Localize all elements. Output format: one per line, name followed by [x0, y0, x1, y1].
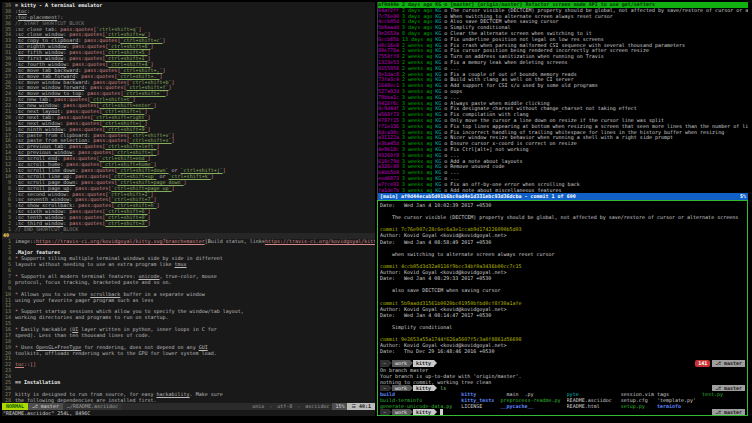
text-segment: pass:quotes[ — [69, 209, 105, 214]
text-segment: ] — [151, 62, 154, 67]
terminal-cursor[interactable] — [440, 409, 443, 415]
tig-scroll-percent: 5% — [740, 193, 746, 200]
text-segment: .Major features — [15, 250, 60, 255]
text-segment: pass:quotes[ — [63, 156, 99, 161]
text-segment: `ctrl+shift+4` — [108, 62, 150, 67]
tig-commit-list[interactable]: af0d44e2 days agoKGo[master] {origin/mas… — [378, 2, 748, 193]
terminal-output-line: The cursor visible (DECTCEM) property sh… — [380, 214, 745, 220]
text-segment: pass:quotes[ — [81, 180, 117, 185]
text-segment: ] — [144, 109, 147, 114]
text-segment: sc_scroll_line_down — [18, 168, 75, 173]
text-segment: ] — [147, 56, 150, 61]
text-segment: ] — [147, 50, 150, 55]
text-segment: using your favorite pager program such a… — [15, 298, 153, 303]
text-segment: sc_scroll_page_up — [18, 186, 69, 191]
text-segment: pass:quotes[ — [78, 203, 114, 208]
text-segment: sc_new_window — [18, 103, 57, 108]
text-segment: sc_scroll_home — [18, 162, 60, 167]
text-segment: layer written in python, inner loops in … — [78, 327, 216, 332]
text-segment: ] — [172, 186, 175, 191]
text-segment: ] — [184, 180, 187, 185]
text-segment: ] — [154, 162, 157, 167]
file-name: terminfo — [657, 403, 702, 409]
vim-editor-pane[interactable]: 39= kitty - A terminal emulator38:toc:37… — [2, 2, 375, 416]
exit-status-badge: 141 — [695, 360, 710, 366]
text-segment: ] — [166, 91, 169, 96]
right-pane-column: af0d44e2 days agoKGo[master] {origin/mas… — [377, 2, 748, 416]
text-segment: `ctrl+shift+t` — [90, 97, 132, 102]
vim-mode-indicator: NORMAL — [2, 403, 28, 410]
text-segment: for rendering, does not depend on any — [81, 345, 198, 350]
text-segment: `ctrl+shift+end` — [99, 156, 147, 161]
text-segment: scrollback — [90, 292, 120, 297]
text-segment: pass:quotes[ — [69, 32, 105, 37]
text-segment: pass:quotes[ — [75, 186, 111, 191]
text-segment: `ctrl+shift+]` — [102, 121, 144, 126]
text-segment: ] — [151, 192, 154, 197]
git-branch-indicator: ⎇ master — [712, 409, 745, 415]
shell-prompt-line[interactable]: ~workkitty⎇ master — [380, 409, 745, 415]
text-segment: `ctrl+shift+w` — [105, 32, 147, 37]
scroll-percentage: 15% — [332, 403, 347, 410]
statusline-file-format: unix — [249, 403, 267, 410]
text-segment: ] — [138, 27, 141, 32]
text-segment: ] — [169, 85, 172, 90]
powerline-arrow-icon — [434, 409, 437, 415]
text-segment: GUI — [199, 345, 208, 350]
prompt-dir-segment: kitty — [413, 409, 434, 415]
text-segment: sc_sixth_window — [18, 209, 63, 214]
text-segment: toolkits, offloads rendering work to the — [15, 351, 138, 356]
text-segment: sc_seventh_window — [18, 197, 69, 202]
text-segment: `ctrl+shift+k` — [169, 174, 211, 179]
editor-buffer[interactable]: 39= kitty - A terminal emulator38:toc:37… — [2, 2, 375, 403]
text-segment: sc_show_scrollback — [18, 203, 72, 208]
text-segment: `ctrl+shift+,` — [120, 68, 162, 73]
file-name: README.html — [567, 403, 621, 409]
statusline-filename: …/README.asciidoc — [63, 403, 122, 410]
text-segment: `ctrl+shift+1` — [105, 56, 147, 61]
tig-window[interactable]: af0d44e2 days agoKGo[master] {origin/mas… — [377, 2, 748, 200]
text-segment: [Build status, link= — [205, 239, 265, 244]
text-segment: or — [157, 174, 169, 179]
text-segment: pass:quotes[ — [84, 38, 120, 43]
text-segment: ] — [157, 144, 160, 149]
text-segment: sc_copy_to_clipboard — [18, 38, 78, 43]
text-segment: sc_scroll_line_up — [18, 174, 69, 179]
text-segment: toc-placement — [18, 15, 57, 20]
text-segment: : — [27, 9, 30, 14]
text-segment: pass:quotes[ — [66, 109, 102, 114]
text-segment: Supports all modern terminal features: — [21, 274, 138, 279]
text-segment: `ctrl+shift+right` — [93, 115, 147, 120]
text-segment: = kitty - A terminal emulator — [15, 3, 102, 8]
editor-line[interactable]: 1image::https://travis-ci.org/kovidgoyal… — [2, 239, 375, 245]
lines-icon: ☰ — [351, 403, 355, 410]
text-segment: `ctrl+shift+[` — [114, 150, 156, 155]
text-segment: unicode — [138, 274, 159, 279]
text-segment: sc_third_window — [18, 221, 63, 226]
text-segment: `ctrl+shift+up` — [111, 174, 156, 179]
text-segment: `ctrl+shift+h` — [114, 203, 156, 208]
text-segment: buffer in a separate window — [120, 292, 204, 297]
shell-window[interactable]: Date: Wed Jan 4 10:02:39 2017 +0530 The … — [377, 200, 748, 416]
text-segment: `ctrl+shift+c` — [120, 38, 162, 43]
text-segment: ] — [147, 156, 150, 161]
text-segment: pass:quotes[ — [69, 221, 105, 226]
prompt-dir-segment: ~ — [380, 409, 389, 415]
text-segment: ] — [154, 197, 157, 202]
text-segment: `ctrl+shift+6` — [105, 209, 147, 214]
text-segment: pass:quotes[ — [66, 162, 102, 167]
text-segment: ] — [147, 32, 150, 37]
kitty-terminal-window: 39= kitty - A terminal emulator38:toc:37… — [0, 0, 752, 423]
text-segment: sc_fourth_window — [18, 62, 66, 67]
text-segment: kitty is designed to run from source, fo… — [15, 392, 156, 397]
text-segment: sc_next_layout — [18, 109, 60, 114]
line-column: 40:1 — [359, 403, 371, 410]
text-segment: pass:quotes[ — [72, 44, 108, 49]
text-segment: hackability — [156, 392, 189, 397]
text-segment: sc_previous_tab — [18, 144, 63, 149]
text-segment: `ctrl+shift+`` — [123, 91, 165, 96]
text-segment: toc — [15, 362, 24, 367]
file-name: test.py — [702, 391, 732, 397]
text-segment: image:: — [15, 239, 36, 244]
text-segment: pass:quotes[ — [72, 62, 108, 67]
